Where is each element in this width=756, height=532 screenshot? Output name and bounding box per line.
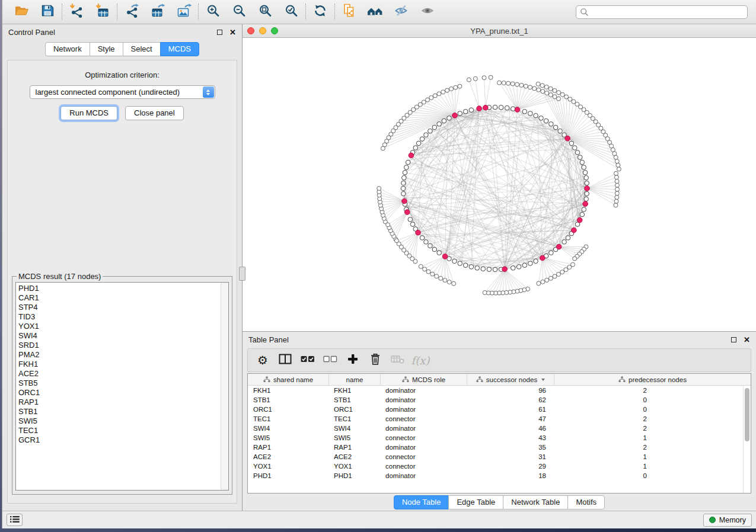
mcds-list-scrollbar[interactable] [221,283,228,490]
table-row[interactable]: STB1STB1dominator620 [248,395,751,405]
close-table-panel-icon[interactable]: ✕ [744,336,750,344]
delete-column-button[interactable] [364,351,387,369]
graph-node[interactable] [403,170,407,175]
graph-node[interactable] [566,236,570,241]
graph-node[interactable] [416,141,421,146]
graph-node[interactable] [489,75,493,79]
graph-node[interactable] [410,222,415,227]
export-table-button[interactable] [145,2,171,21]
graph-node[interactable] [558,129,563,133]
tab-node-table[interactable]: Node Table [394,495,449,509]
table-row[interactable]: ORC1ORC1dominator610 [248,405,751,414]
graph-node[interactable] [536,82,540,86]
first-neighbors-button[interactable] [362,2,388,21]
list-item[interactable]: FKH1 [18,360,228,369]
tab-network[interactable]: Network [45,42,90,56]
list-item[interactable]: STB1 [18,407,228,416]
graph-node[interactable] [452,259,457,264]
graph-node[interactable] [549,251,554,255]
zoom-fit-button[interactable] [252,2,278,21]
graph-node[interactable] [553,95,557,99]
graph-node[interactable] [585,181,589,185]
graph-node[interactable] [458,261,462,266]
graph-node[interactable] [519,83,524,87]
graph-node[interactable] [439,276,443,280]
save-session-button[interactable] [34,2,60,21]
graph-node[interactable] [394,239,398,243]
graph-node[interactable] [404,165,409,170]
maximize-window-icon[interactable] [271,27,278,34]
graph-node[interactable] [522,263,527,268]
graph-node[interactable] [582,165,586,170]
graph-node[interactable] [580,212,585,217]
list-item[interactable]: PMA2 [18,350,228,360]
graph-node[interactable] [441,90,445,94]
zoom-selected-button[interactable] [278,2,304,21]
close-panel-button[interactable]: Close panel [125,106,184,120]
graph-node[interactable] [562,240,567,245]
table-row[interactable]: RAP1RAP1dominator352 [248,443,751,452]
list-item[interactable]: SWI4 [18,331,228,341]
graph-node[interactable] [502,81,506,85]
graph-node[interactable] [406,160,410,165]
graph-node[interactable] [583,170,588,175]
import-table-button[interactable] [90,2,116,21]
add-column-button[interactable] [342,351,364,369]
graph-node[interactable] [493,267,497,272]
dominator-node[interactable] [483,105,488,110]
graph-node[interactable] [548,93,553,97]
graph-node[interactable] [493,105,497,110]
graph-node[interactable] [578,155,582,160]
export-image-button[interactable] [171,2,197,21]
tab-network-table[interactable]: Network Table [503,495,568,509]
graph-node[interactable] [454,85,458,89]
dominator-node[interactable] [442,254,448,259]
graph-node[interactable] [584,197,589,201]
graph-node[interactable] [437,122,442,127]
criterion-select[interactable]: largest connected component (undirected) [30,85,215,99]
graph-node[interactable] [469,265,474,270]
panel-splitter-handle[interactable] [239,267,245,281]
graph-node[interactable] [424,133,429,137]
graph-node[interactable] [560,270,564,274]
graph-node[interactable] [402,175,407,180]
dominator-node[interactable] [416,230,421,235]
graph-node[interactable] [614,199,618,203]
graph-node[interactable] [497,81,502,85]
graph-node[interactable] [475,266,480,271]
minimize-window-icon[interactable] [259,27,266,34]
tab-mcds[interactable]: MCDS [160,42,199,56]
graph-node[interactable] [432,247,437,252]
column-view-button[interactable] [274,351,296,369]
hide-selected-button[interactable] [388,2,414,21]
graph-node[interactable] [557,91,561,95]
dominator-node[interactable] [402,198,407,204]
column-header-shared-name[interactable]: shared name [248,374,329,385]
graph-node[interactable] [473,76,477,81]
graph-node[interactable] [614,171,618,175]
graph-node[interactable] [430,272,435,276]
graph-node[interactable] [467,78,471,82]
graph-node[interactable] [423,267,427,271]
table-settings-button[interactable]: ⚙ [251,351,274,369]
tab-motifs[interactable]: Motifs [567,495,605,509]
graph-node[interactable] [511,82,515,86]
show-all-button[interactable] [414,2,441,21]
graph-node[interactable] [615,159,619,164]
float-table-panel-icon[interactable] [731,337,736,342]
graph-node[interactable] [511,266,515,271]
graph-node[interactable] [580,160,585,165]
graph-node[interactable] [429,95,433,100]
import-network-button[interactable] [63,2,90,21]
graph-node[interactable] [614,203,618,207]
list-item[interactable]: ACE2 [18,369,228,379]
graph-node[interactable] [401,186,406,191]
table-scrollbar-thumb[interactable] [745,388,749,441]
graph-node[interactable] [615,187,619,191]
graph-node[interactable] [528,111,533,116]
graph-node[interactable] [575,150,580,155]
graph-node[interactable] [505,105,509,110]
graph-node[interactable] [447,116,452,121]
graph-node[interactable] [449,86,454,91]
graph-node[interactable] [540,84,544,88]
